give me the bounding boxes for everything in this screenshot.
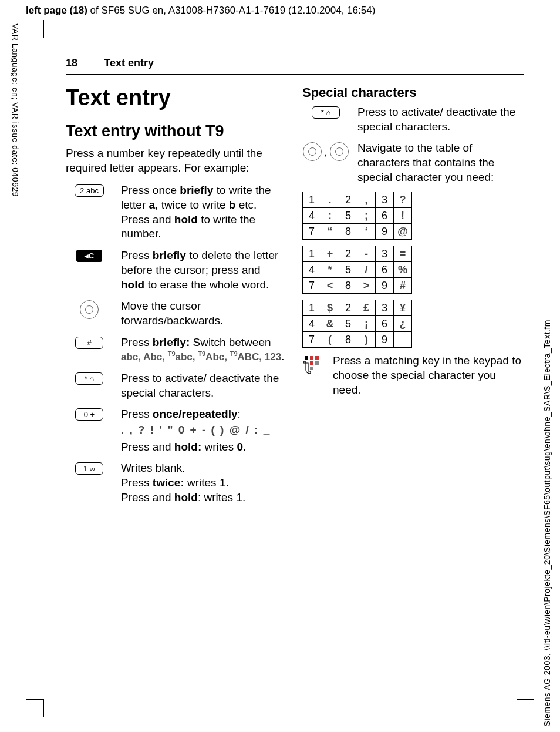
char-symbol: + (321, 246, 339, 262)
char-symbol: % (394, 262, 412, 278)
keycap-zero: 0 + (75, 408, 103, 421)
instruction-text: Press once/repeatedly: . , ? ! ' " 0 + -… (121, 407, 287, 454)
keycap-star: * ⌂ (312, 106, 340, 119)
instruction-row: * ⌂ Press to activate/ deactivate the sp… (302, 105, 524, 134)
char-key-num: 7 (303, 278, 321, 294)
char-symbol: , (357, 192, 376, 208)
side-note-right: Siemens AG 2003, \\Itl-eu\wien\Projekte_… (542, 320, 552, 726)
char-key-num: 1 (303, 300, 321, 316)
crop-mark (43, 699, 44, 717)
instruction-row: 0 + Press once/repeatedly: . , ? ! ' " 0… (66, 407, 287, 454)
char-symbol: _ (394, 332, 412, 348)
page-number: 18 (66, 57, 77, 69)
char-key-num: 5 (339, 316, 357, 332)
page-body: 18 Text entry Text entry Text entry with… (66, 56, 524, 512)
crop-mark (517, 699, 517, 717)
char-key-num: 3 (376, 246, 394, 262)
char-table: 1+2-3=4*5/6%7<8>9# (302, 246, 412, 294)
section-heading: Text entry without T9 (66, 122, 287, 140)
char-key-num: 6 (376, 208, 394, 224)
nav-icons: , (303, 142, 349, 161)
char-symbol: # (394, 278, 412, 294)
char-key-num: 2 (339, 246, 357, 262)
instruction-row: , Navigate to the table of characters th… (302, 141, 524, 184)
char-symbol: “ (321, 224, 339, 240)
char-key-num: 3 (376, 300, 394, 316)
char-symbol: £ (357, 300, 376, 316)
instruction-text: Press once briefly to write the letter a… (121, 183, 287, 241)
char-key-num: 5 (339, 262, 357, 278)
char-symbol: ¡ (357, 316, 376, 332)
char-symbol: : (321, 208, 339, 224)
char-symbol: ? (394, 192, 412, 208)
key-cell: * ⌂ (66, 371, 113, 385)
crop-mark (517, 20, 517, 38)
key-cell: 2 abc (66, 183, 113, 197)
svg-rect-4 (315, 361, 319, 365)
doc-header: left page (18) of SF65 SUG en, A31008-H7… (0, 0, 560, 16)
keycap-star: * ⌂ (75, 372, 103, 385)
page-title: Text entry (66, 85, 287, 110)
char-symbol: @ (394, 224, 412, 240)
crop-mark (26, 38, 43, 38)
mode-list: abc, Abc, T9abc, T9Abc, T9ABC, 123 (121, 351, 281, 362)
key-cell: , (302, 141, 349, 161)
char-table: 1$2£3¥4&5¡6¿7(8)9_ (302, 300, 412, 348)
char-key-num: 9 (376, 224, 394, 240)
crop-mark (517, 38, 534, 38)
running-head: 18 Text entry (66, 56, 524, 75)
instruction-row: # Press briefly: Switch between abc, Abc… (66, 335, 287, 364)
char-symbol: ¥ (394, 300, 412, 316)
char-key-num: 7 (303, 224, 321, 240)
key-cell (66, 299, 113, 319)
char-key-num: 9 (376, 332, 394, 348)
columns: Text entry Text entry without T9 Press a… (66, 85, 524, 512)
char-symbol: / (357, 262, 376, 278)
instruction-text: Writes blank. Press twice: writes 1. Pre… (121, 461, 287, 505)
instruction-row: Move the cursor forwards/backwards. (66, 299, 287, 328)
keypad-hand-icon (302, 354, 323, 378)
char-key-num: 4 (303, 316, 321, 332)
key-cell: 1 ∞ (66, 461, 113, 475)
char-symbol: ( (321, 332, 339, 348)
svg-rect-5 (310, 367, 313, 370)
svg-rect-0 (305, 356, 308, 360)
char-key-num: 5 (339, 208, 357, 224)
left-column: Text entry Text entry without T9 Press a… (66, 85, 287, 512)
crop-mark (517, 699, 534, 700)
instruction-row: ◂C Press briefly to delete the letter be… (66, 249, 287, 292)
char-symbol: ) (357, 332, 376, 348)
special-chars-heading: Special characters (302, 85, 524, 100)
char-key-num: 2 (339, 192, 357, 208)
char-symbol: $ (321, 300, 339, 316)
char-key-num: 6 (376, 262, 394, 278)
keycap-one: 1 ∞ (75, 462, 103, 475)
key-cell: * ⌂ (302, 105, 349, 119)
char-key-num: 8 (339, 224, 357, 240)
instruction-text: Navigate to the table of characters that… (357, 141, 524, 184)
char-key-num: 6 (376, 316, 394, 332)
instruction-row: Press a matching key in the keypad to ch… (302, 354, 524, 397)
svg-rect-1 (310, 356, 313, 360)
svg-rect-3 (310, 361, 313, 365)
instruction-text: Press briefly to delete the letter befor… (121, 249, 287, 292)
doc-header-rest: of SF65 SUG en, A31008-H7360-A1-1-7619 (… (87, 5, 376, 16)
crop-mark (43, 20, 44, 38)
nav-vertical-icon (303, 142, 322, 161)
char-symbol: - (357, 246, 376, 262)
char-key-num: 1 (303, 192, 321, 208)
char-symbol: . (321, 192, 339, 208)
svg-rect-2 (315, 356, 319, 360)
instruction-text: Press briefly: Switch between abc, Abc, … (121, 335, 287, 364)
char-symbol: ; (357, 208, 376, 224)
nav-horizontal-icon (330, 142, 349, 161)
nav-horizontal-icon (80, 300, 99, 319)
intro-text: Press a number key repeatedly until the … (66, 146, 287, 175)
keycap-2abc: 2 abc (75, 184, 104, 197)
instruction-row: 2 abc Press once briefly to write the le… (66, 183, 287, 241)
char-symbol: < (321, 278, 339, 294)
char-symbol: ¿ (394, 316, 412, 332)
char-key-num: 4 (303, 262, 321, 278)
crop-mark (26, 699, 43, 700)
char-symbol: & (321, 316, 339, 332)
